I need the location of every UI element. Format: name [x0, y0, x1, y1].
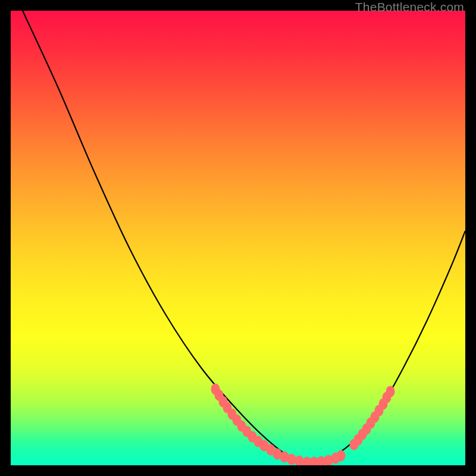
marker-dot: [337, 450, 346, 462]
plot-area: [11, 11, 465, 465]
watermark-text: TheBottleneck.com: [355, 0, 464, 14]
curve-svg: [11, 11, 465, 465]
marker-dot: [287, 454, 296, 465]
chart-frame: TheBottleneck.com: [0, 0, 476, 476]
marker-dot: [386, 386, 395, 397]
marker-dot: [295, 456, 304, 466]
marker-group: [211, 384, 395, 466]
main-curve-line: [23, 11, 465, 463]
